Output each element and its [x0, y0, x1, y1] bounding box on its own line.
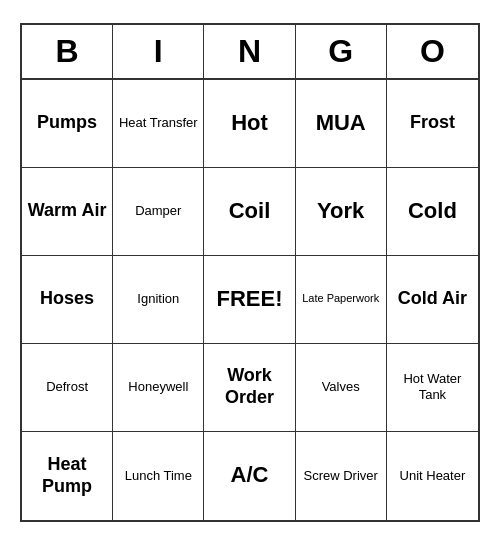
header-letter-N: N	[204, 25, 295, 78]
cell-text-19: Hot Water Tank	[391, 371, 474, 402]
cell-text-16: Honeywell	[128, 379, 188, 395]
cell-text-7: Coil	[229, 198, 271, 224]
cell-text-10: Hoses	[40, 288, 94, 310]
bingo-cell-12: FREE!	[204, 256, 295, 344]
cell-text-0: Pumps	[37, 112, 97, 134]
header-letter-B: B	[22, 25, 113, 78]
cell-text-18: Valves	[322, 379, 360, 395]
cell-text-17: Work Order	[208, 365, 290, 408]
bingo-cell-13: Late Paperwork	[296, 256, 387, 344]
bingo-cell-10: Hoses	[22, 256, 113, 344]
bingo-cell-18: Valves	[296, 344, 387, 432]
cell-text-13: Late Paperwork	[302, 292, 379, 305]
cell-text-3: MUA	[316, 110, 366, 136]
cell-text-1: Heat Transfer	[119, 115, 198, 131]
cell-text-20: Heat Pump	[26, 454, 108, 497]
bingo-cell-21: Lunch Time	[113, 432, 204, 520]
bingo-cell-23: Screw Driver	[296, 432, 387, 520]
cell-text-24: Unit Heater	[400, 468, 466, 484]
cell-text-21: Lunch Time	[125, 468, 192, 484]
bingo-card: BINGO PumpsHeat TransferHotMUAFrostWarm …	[20, 23, 480, 522]
header-letter-O: O	[387, 25, 478, 78]
bingo-cell-14: Cold Air	[387, 256, 478, 344]
bingo-cell-2: Hot	[204, 80, 295, 168]
bingo-cell-15: Defrost	[22, 344, 113, 432]
cell-text-15: Defrost	[46, 379, 88, 395]
bingo-cell-22: A/C	[204, 432, 295, 520]
cell-text-5: Warm Air	[28, 200, 107, 222]
bingo-grid: PumpsHeat TransferHotMUAFrostWarm AirDam…	[22, 80, 478, 520]
bingo-cell-19: Hot Water Tank	[387, 344, 478, 432]
cell-text-9: Cold	[408, 198, 457, 224]
cell-text-6: Damper	[135, 203, 181, 219]
cell-text-8: York	[317, 198, 364, 224]
bingo-cell-11: Ignition	[113, 256, 204, 344]
bingo-cell-20: Heat Pump	[22, 432, 113, 520]
bingo-cell-0: Pumps	[22, 80, 113, 168]
cell-text-2: Hot	[231, 110, 268, 136]
bingo-cell-16: Honeywell	[113, 344, 204, 432]
cell-text-22: A/C	[231, 462, 269, 488]
cell-text-23: Screw Driver	[303, 468, 377, 484]
header-letter-G: G	[296, 25, 387, 78]
cell-text-4: Frost	[410, 112, 455, 134]
bingo-cell-1: Heat Transfer	[113, 80, 204, 168]
bingo-cell-4: Frost	[387, 80, 478, 168]
bingo-cell-3: MUA	[296, 80, 387, 168]
cell-text-14: Cold Air	[398, 288, 467, 310]
bingo-cell-9: Cold	[387, 168, 478, 256]
bingo-header: BINGO	[22, 25, 478, 80]
bingo-cell-5: Warm Air	[22, 168, 113, 256]
cell-text-11: Ignition	[137, 291, 179, 307]
header-letter-I: I	[113, 25, 204, 78]
bingo-cell-8: York	[296, 168, 387, 256]
bingo-cell-6: Damper	[113, 168, 204, 256]
cell-text-12: FREE!	[216, 286, 282, 312]
bingo-cell-24: Unit Heater	[387, 432, 478, 520]
bingo-cell-7: Coil	[204, 168, 295, 256]
bingo-cell-17: Work Order	[204, 344, 295, 432]
